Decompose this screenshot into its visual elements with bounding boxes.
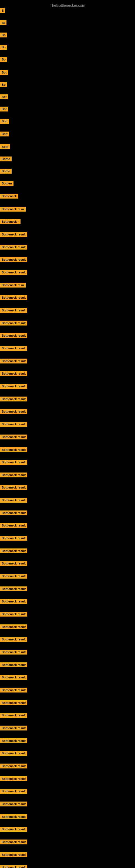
badge-label-7: Bo (0, 82, 7, 87)
badge-label-67: Bottleneck result (0, 839, 27, 844)
badge-item-61: Bottleneck result (0, 764, 27, 770)
badge-label-46: Bottleneck result (0, 574, 27, 579)
badge-item-22: Bottleneck result (0, 270, 27, 276)
badge-label-68: Bottleneck result (0, 852, 27, 857)
badge-label-27: Bottleneck result (0, 333, 27, 338)
badge-item-29: Bottleneck result (0, 359, 27, 365)
badge-item-56: Bottleneck result (0, 701, 27, 706)
badge-item-9: Bot (0, 106, 8, 113)
badge-item-3: Bo (0, 33, 7, 38)
badge-item-53: Bottleneck result (0, 662, 27, 669)
badge-label-29: Bottleneck result (0, 359, 27, 364)
badge-label-42: Bottleneck result (0, 523, 27, 528)
badge-label-56: Bottleneck result (0, 701, 27, 705)
badge-item-39: Bottleneck result (0, 485, 27, 491)
badge-label-39: Bottleneck result (0, 485, 27, 490)
badge-label-37: Bottleneck result (0, 460, 27, 465)
badge-label-21: Bottleneck result (0, 257, 27, 262)
badge-item-41: Bottleneck result (0, 510, 27, 517)
badge-label-19: Bottleneck result (0, 232, 27, 237)
badge-label-31: Bottleneck result (0, 384, 27, 389)
badge-label-11: Bott (0, 131, 9, 136)
badge-label-59: Bottleneck result (0, 738, 27, 743)
badge-label-32: Bottleneck result (0, 397, 27, 401)
badge-label-47: Bottleneck result (0, 586, 27, 591)
badge-item-6: Bot (0, 70, 8, 76)
badge-item-35: Bottleneck result (0, 435, 27, 440)
badge-item-25: Bottleneck result (0, 308, 27, 314)
badge-item-27: Bottleneck result (0, 333, 27, 339)
badge-item-28: Bottleneck result (0, 346, 27, 352)
badge-label-38: Bottleneck result (0, 472, 27, 477)
badge-label-50: Bottleneck result (0, 624, 27, 629)
badge-item-51: Bottleneck result (0, 637, 27, 643)
badge-label-6: Bot (0, 70, 8, 75)
badge-label-48: Bottleneck result (0, 599, 27, 604)
badge-label-45: Bottleneck result (0, 561, 27, 566)
badge-item-18: Bottleneck r (0, 219, 20, 225)
badge-label-34: Bottleneck result (0, 422, 27, 427)
badge-item-45: Bottleneck result (0, 561, 27, 567)
badge-item-24: Bottleneck result (0, 295, 27, 301)
badge-item-37: Bottleneck result (0, 460, 27, 466)
badge-item-7: Bo (0, 82, 7, 88)
badge-item-55: Bottleneck result (0, 688, 27, 693)
badge-item-50: Bottleneck result (0, 624, 27, 630)
badge-item-10: Bott (0, 119, 9, 125)
badge-label-15: Bottlen (0, 181, 13, 186)
badge-item-60: Bottleneck result (0, 751, 27, 757)
badge-label-13: Bottle (0, 156, 12, 161)
badge-item-58: Bottleneck result (0, 725, 27, 732)
badge-item-15: Bottlen (0, 181, 13, 187)
badge-label-44: Bottleneck result (0, 549, 27, 553)
badge-item-12: Bottl (0, 144, 10, 150)
badge-item-21: Bottleneck result (0, 257, 27, 263)
badge-label-52: Bottleneck result (0, 650, 27, 654)
badge-item-40: Bottleneck result (0, 498, 27, 504)
badge-item-8: Bot (0, 94, 8, 100)
badge-label-10: Bott (0, 119, 9, 124)
badge-item-62: Bottleneck result (0, 776, 27, 782)
badge-label-8: Bot (0, 94, 8, 99)
badge-label-5: Bo (0, 57, 7, 62)
badge-item-31: Bottleneck result (0, 384, 27, 390)
badge-item-47: Bottleneck result (0, 586, 27, 592)
badge-label-26: Bottleneck result (0, 321, 27, 326)
badge-label-17: Bottleneck resu (0, 207, 26, 212)
badge-label-1: B (0, 8, 5, 13)
badge-item-16: Bottleneck (0, 194, 18, 199)
badge-label-30: Bottleneck result (0, 371, 27, 376)
badge-item-4: Bo (0, 45, 7, 51)
badge-item-38: Bottleneck result (0, 472, 27, 478)
badge-label-4: Bo (0, 45, 7, 50)
badge-label-43: Bottleneck result (0, 536, 27, 540)
badge-item-67: Bottleneck result (0, 839, 27, 845)
badge-item-52: Bottleneck result (0, 650, 27, 656)
badge-item-14: Bottle (0, 169, 12, 175)
badge-label-25: Bottleneck result (0, 308, 27, 313)
badge-item-44: Bottleneck result (0, 549, 27, 554)
badge-item-68: Bottleneck result (0, 852, 27, 858)
badge-item-48: Bottleneck result (0, 599, 27, 605)
badge-label-20: Bottleneck result (0, 245, 27, 250)
badge-label-28: Bottleneck result (0, 346, 27, 351)
badge-label-60: Bottleneck result (0, 751, 27, 756)
badge-label-55: Bottleneck result (0, 688, 27, 692)
badge-label-9: Bot (0, 106, 8, 112)
badge-label-66: Bottleneck result (0, 827, 27, 832)
badge-item-46: Bottleneck result (0, 574, 27, 580)
badge-item-36: Bottleneck result (0, 447, 27, 453)
badge-item-19: Bottleneck result (0, 232, 27, 238)
badge-item-69: Bottleneck result (0, 865, 27, 868)
badge-label-33: Bottleneck result (0, 409, 27, 414)
badge-label-54: Bottleneck result (0, 675, 27, 680)
badge-item-42: Bottleneck result (0, 523, 27, 529)
badge-item-13: Bottle (0, 156, 12, 162)
badge-label-41: Bottleneck result (0, 510, 27, 516)
badge-item-11: Bott (0, 131, 9, 137)
badge-item-54: Bottleneck result (0, 675, 27, 681)
badge-label-12: Bottl (0, 144, 10, 149)
badge-label-2: B6 (0, 20, 6, 25)
badge-item-59: Bottleneck result (0, 738, 27, 744)
badge-item-65: Bottleneck result (0, 814, 27, 820)
